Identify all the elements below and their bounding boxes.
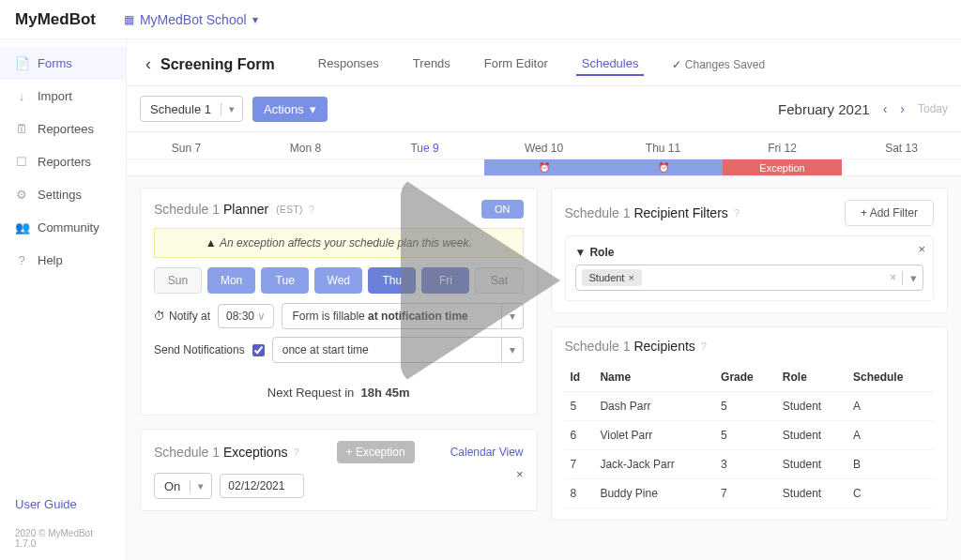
chevron-down-icon: ▾ [310, 102, 316, 116]
recipients-title: Schedule 1 Recipients [565, 339, 695, 354]
cal-day[interactable]: Fri 12 [723, 132, 842, 159]
help-icon[interactable]: ? [701, 341, 707, 352]
cal-day[interactable]: Thu 11 [603, 132, 723, 159]
cal-day[interactable]: Wed 10 [484, 132, 603, 159]
col-role[interactable]: Role [777, 363, 847, 392]
calendar-view-link[interactable]: Calendar View [450, 446, 524, 459]
sidebar: 📄Forms ↓Import 🗓Reportees ☐Reporters ⚙Se… [0, 39, 127, 560]
col-grade[interactable]: Grade [715, 363, 777, 392]
sidebar-item-forms[interactable]: 📄Forms [0, 47, 126, 80]
chevron-down-icon[interactable]: ▾ [502, 303, 524, 329]
clock-icon: ⏱ [154, 310, 165, 323]
help-icon: ? [15, 253, 28, 267]
day-pill-tue[interactable]: Tue [261, 267, 309, 294]
send-notifications-label: Send Notifications [154, 343, 245, 356]
chevron-down-icon[interactable]: ▾ [902, 271, 917, 285]
exceptions-title: Schedule 1 Exceptions [154, 445, 287, 460]
schedule-band[interactable]: ⏰ [484, 159, 603, 175]
exception-band[interactable]: Exception [723, 159, 842, 175]
import-icon: ↓ [15, 89, 28, 103]
save-status: Changes Saved [672, 58, 765, 71]
exceptions-card: Schedule 1 Exceptions ? + Exception Cale… [140, 429, 538, 511]
remove-tag-button[interactable]: × [628, 272, 633, 283]
table-row[interactable]: 5Dash Parr5StudentA [565, 392, 935, 421]
filter-icon: ▼ [575, 246, 587, 259]
community-icon: 👥 [15, 220, 28, 235]
table-row[interactable]: 8Buddy Pine7StudentC [565, 479, 935, 508]
page-title: Screening Form [160, 56, 275, 73]
prev-month-button[interactable]: ‹ [883, 101, 888, 116]
remove-exception-button[interactable]: × [516, 467, 524, 481]
help-icon[interactable]: ? [293, 446, 298, 458]
copyright: 2020 © MyMedBot 1.7.0 [15, 528, 111, 549]
add-exception-button[interactable]: + Exception [337, 441, 415, 463]
col-schedule[interactable]: Schedule [847, 363, 934, 392]
day-pill-wed[interactable]: Wed [314, 267, 362, 294]
tab-trends[interactable]: Trends [407, 53, 456, 76]
cal-day[interactable]: Sat 13 [842, 132, 961, 159]
tab-form-editor[interactable]: Form Editor [479, 53, 554, 76]
remove-filter-button[interactable]: × [918, 242, 925, 256]
exception-type-select[interactable]: On▾ [154, 473, 212, 499]
send-frequency-select[interactable]: once at start time [272, 337, 502, 363]
calendar-icon: 🗓 [15, 122, 28, 136]
filter-tag: Student × [582, 269, 642, 286]
sidebar-item-import[interactable]: ↓Import [0, 80, 126, 113]
col-name[interactable]: Name [594, 363, 715, 392]
tab-responses[interactable]: Responses [313, 53, 385, 76]
exception-date-input[interactable]: 02/12/2021 [220, 474, 304, 498]
day-pill-fri[interactable]: Fri [421, 267, 469, 294]
filters-title: Schedule 1 Recipient Filters [565, 205, 728, 220]
table-row[interactable]: 7Jack-Jack Parr3StudentB [565, 450, 935, 479]
fillable-select[interactable]: Form is fillable at notification time [282, 303, 501, 329]
back-button[interactable]: ‹ [145, 54, 151, 74]
sidebar-item-reporters[interactable]: ☐Reporters [0, 145, 126, 178]
building-icon: ▦ [124, 13, 134, 26]
planner-title: Schedule 1 Planner [154, 202, 268, 217]
next-month-button[interactable]: › [900, 101, 905, 116]
role-filter-input[interactable]: Student × × ▾ [575, 265, 924, 291]
recipients-table: Id Name Grade Role Schedule 5Dash Parr5S… [565, 363, 935, 508]
table-row[interactable]: 6Violet Parr5StudentA [565, 421, 935, 450]
schedule-select[interactable]: Schedule 1▾ [140, 96, 243, 122]
chevron-down-icon: ▾ [221, 103, 242, 115]
user-guide-link[interactable]: User Guide [15, 497, 111, 511]
cal-day[interactable]: Mon 8 [246, 132, 365, 159]
day-pill-sat[interactable]: Sat [475, 267, 523, 294]
planner-toggle[interactable]: ON [481, 200, 524, 219]
notify-time-select[interactable]: 08:30 ∨ [218, 304, 274, 328]
today-button[interactable]: Today [918, 102, 948, 115]
sidebar-item-community[interactable]: 👥Community [0, 211, 126, 244]
exception-warning: An exception affects your schedule plan … [154, 228, 524, 258]
settings-icon: ⚙ [15, 188, 28, 202]
calendar-header: Sun 7 Mon 8 Tue 9 Wed 10 Thu 11 Fri 12 S… [127, 132, 961, 159]
reporters-icon: ☐ [15, 155, 28, 169]
col-id[interactable]: Id [565, 363, 595, 392]
clear-tags-button[interactable]: × [890, 271, 896, 284]
sidebar-item-reportees[interactable]: 🗓Reportees [0, 113, 126, 145]
schedule-band[interactable]: ⏰ [603, 159, 723, 175]
alarm-icon: ⏰ [539, 162, 550, 173]
planner-card: Schedule 1 Planner (EST) ? ON An excepti… [140, 188, 538, 416]
help-icon[interactable]: ? [734, 207, 740, 219]
actions-button[interactable]: Actions▾ [252, 97, 328, 122]
timezone-label: (EST) [276, 204, 303, 215]
day-pill-thu[interactable]: Thu [368, 267, 416, 294]
tab-schedules[interactable]: Schedules [576, 53, 645, 76]
filters-card: Schedule 1 Recipient Filters ? + Add Fil… [551, 188, 949, 313]
add-filter-button[interactable]: + Add Filter [845, 200, 934, 226]
alarm-icon: ⏰ [658, 162, 669, 173]
send-notifications-checkbox[interactable] [252, 344, 265, 356]
chevron-down-icon[interactable]: ▾ [502, 337, 524, 363]
day-pill-mon[interactable]: Mon [207, 267, 255, 294]
app-logo: MyMedBot [15, 10, 96, 29]
school-selector[interactable]: ▦ MyMedBot School ▾ [124, 12, 258, 27]
cal-day[interactable]: Sun 7 [127, 132, 246, 159]
cal-day[interactable]: Tue 9 [365, 132, 484, 159]
month-label: February 2021 [778, 101, 870, 117]
day-pill-sun[interactable]: Sun [154, 267, 202, 294]
filter-role-label: ▼ Role [575, 246, 924, 259]
help-icon[interactable]: ? [309, 204, 314, 215]
sidebar-item-help[interactable]: ?Help [0, 244, 126, 277]
sidebar-item-settings[interactable]: ⚙Settings [0, 178, 126, 211]
